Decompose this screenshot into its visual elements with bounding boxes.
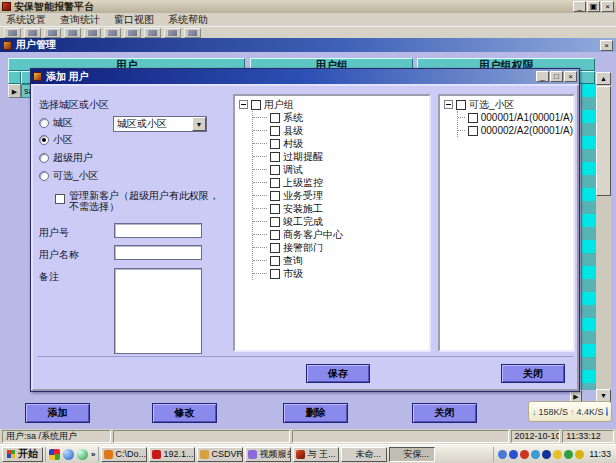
radio-icon[interactable] bbox=[39, 118, 49, 128]
radio-optional-community[interactable]: 可选_小区 bbox=[39, 169, 99, 183]
task-button-csdvr[interactable]: CSDVR... bbox=[197, 447, 243, 462]
district-community-select[interactable]: 城区或小区 ▼ bbox=[113, 116, 207, 132]
delete-button[interactable]: 删除 bbox=[283, 403, 348, 423]
dialog-titlebar[interactable]: 添加 用户 _ □ × bbox=[31, 69, 579, 84]
toolbar-button[interactable] bbox=[24, 28, 41, 38]
tree-checkbox[interactable] bbox=[270, 165, 280, 175]
doc-close-button[interactable]: × bbox=[600, 40, 613, 51]
start-button[interactable]: 开始 bbox=[2, 447, 43, 462]
tree-item[interactable]: 县级 bbox=[253, 124, 429, 137]
remark-textarea[interactable] bbox=[114, 268, 202, 354]
toolbar-button[interactable] bbox=[44, 28, 61, 38]
toolbar-button[interactable] bbox=[64, 28, 81, 38]
chevron-down-icon[interactable]: ▼ bbox=[192, 117, 206, 131]
tree-root-user-groups[interactable]: 用户组 bbox=[239, 98, 429, 111]
scroll-up-icon[interactable]: ▲ bbox=[596, 72, 611, 85]
toolbar-button[interactable] bbox=[4, 28, 21, 38]
tray-icon[interactable] bbox=[520, 450, 529, 459]
radio-icon[interactable] bbox=[39, 135, 49, 145]
tree-item[interactable]: 查询 bbox=[253, 254, 429, 267]
dialog-maximize-button[interactable]: □ bbox=[550, 71, 563, 82]
task-button-untitled[interactable]: 未命... bbox=[341, 447, 387, 462]
collapse-icon[interactable] bbox=[239, 100, 248, 109]
tree-checkbox[interactable] bbox=[270, 256, 280, 266]
tree-checkbox[interactable] bbox=[270, 230, 280, 240]
task-button-video-service[interactable]: 视频服务 bbox=[245, 447, 291, 462]
tree-item[interactable]: 上级监控 bbox=[253, 176, 429, 189]
radio-icon[interactable] bbox=[39, 153, 49, 163]
add-button[interactable]: 添加 bbox=[25, 403, 90, 423]
dialog-close-action-button[interactable]: 关闭 bbox=[501, 364, 565, 383]
collapse-icon[interactable] bbox=[444, 100, 453, 109]
radio-district[interactable]: 城区 bbox=[39, 116, 73, 130]
manage-new-customer-checkbox-row[interactable]: 管理新客户（超级用户有此权限，不需选择） bbox=[55, 190, 223, 212]
modify-button[interactable]: 修改 bbox=[152, 403, 217, 423]
tree-item[interactable]: 商务客户中心 bbox=[253, 228, 429, 241]
toolbar-button[interactable] bbox=[84, 28, 101, 38]
tree-item[interactable]: 000001/A1(00001/A) bbox=[458, 111, 573, 124]
tree-item[interactable]: 市级 bbox=[253, 267, 429, 280]
internet-explorer-icon[interactable] bbox=[63, 449, 74, 460]
tree-checkbox[interactable] bbox=[270, 217, 280, 227]
tree-checkbox[interactable] bbox=[270, 113, 280, 123]
dialog-close-button[interactable]: × bbox=[564, 71, 577, 82]
optional-communities-tree[interactable]: 可选_小区 000001/A1(00001/A) 000002/A2(00001… bbox=[438, 94, 575, 352]
toolbar-button[interactable] bbox=[104, 28, 121, 38]
toolbar-button[interactable] bbox=[184, 28, 201, 38]
tree-item[interactable]: 村级 bbox=[253, 137, 429, 150]
restore-button[interactable]: ▣ bbox=[587, 1, 600, 12]
toolbar-button[interactable] bbox=[144, 28, 161, 38]
task-button-chat[interactable]: 与 王... bbox=[293, 447, 339, 462]
tree-checkbox[interactable] bbox=[270, 191, 280, 201]
toolbar-button[interactable] bbox=[124, 28, 141, 38]
radio-superuser[interactable]: 超级用户 bbox=[39, 151, 93, 165]
grid-vertical-scrollbar[interactable]: ▲ ▼ bbox=[596, 72, 611, 402]
menu-window-view[interactable]: 窗口视图 bbox=[114, 13, 154, 27]
task-button-browser[interactable]: 192.1... bbox=[149, 447, 195, 462]
tree-checkbox[interactable] bbox=[468, 113, 478, 123]
tray-icon[interactable] bbox=[575, 450, 584, 459]
tree-item[interactable]: 竣工完成 bbox=[253, 215, 429, 228]
tray-icon[interactable] bbox=[553, 450, 562, 459]
checkbox-icon[interactable] bbox=[55, 194, 65, 204]
tray-icon[interactable] bbox=[542, 450, 551, 459]
minimize-button[interactable]: _ bbox=[573, 1, 586, 12]
tray-icon[interactable] bbox=[509, 450, 518, 459]
dialog-minimize-button[interactable]: _ bbox=[536, 71, 549, 82]
menu-system-settings[interactable]: 系统设置 bbox=[6, 13, 46, 27]
radio-icon[interactable] bbox=[39, 171, 49, 181]
tree-root-optional-communities[interactable]: 可选_小区 bbox=[444, 98, 573, 111]
menu-system-help[interactable]: 系统帮助 bbox=[168, 13, 208, 27]
tree-item[interactable]: 安装施工 bbox=[253, 202, 429, 215]
tree-checkbox[interactable] bbox=[456, 100, 466, 110]
close-button-bottom[interactable]: 关闭 bbox=[412, 403, 477, 423]
tree-checkbox[interactable] bbox=[468, 126, 478, 136]
radio-community[interactable]: 小区 bbox=[39, 133, 73, 147]
tree-checkbox[interactable] bbox=[270, 152, 280, 162]
tree-item[interactable]: 业务受理 bbox=[253, 189, 429, 202]
task-button-folder[interactable]: C:\Do... bbox=[101, 447, 147, 462]
menu-query-statistics[interactable]: 查询统计 bbox=[60, 13, 100, 27]
tree-item[interactable]: 接警部门 bbox=[253, 241, 429, 254]
tree-checkbox[interactable] bbox=[270, 178, 280, 188]
scrollbar-thumb[interactable] bbox=[596, 86, 611, 196]
tree-checkbox[interactable] bbox=[251, 100, 261, 110]
taskbar-clock[interactable]: 11:33 bbox=[586, 449, 614, 459]
tree-checkbox[interactable] bbox=[270, 139, 280, 149]
save-button[interactable]: 保存 bbox=[306, 364, 370, 383]
tree-checkbox[interactable] bbox=[270, 126, 280, 136]
toolbar-button[interactable] bbox=[164, 28, 181, 38]
user-no-input[interactable] bbox=[114, 223, 202, 238]
tree-item[interactable]: 系统 bbox=[253, 111, 429, 124]
tree-checkbox[interactable] bbox=[270, 243, 280, 253]
tray-icon[interactable] bbox=[564, 450, 573, 459]
user-groups-tree[interactable]: 用户组 系统 县级 村级 bbox=[233, 94, 431, 352]
tree-checkbox[interactable] bbox=[270, 204, 280, 214]
quick-launch-overflow-icon[interactable]: » bbox=[91, 450, 95, 459]
user-name-input[interactable] bbox=[114, 245, 202, 260]
tree-checkbox[interactable] bbox=[270, 269, 280, 279]
close-button[interactable]: × bbox=[601, 1, 614, 12]
tree-item[interactable]: 000002/A2(00001/A) bbox=[458, 124, 573, 137]
tree-item[interactable]: 过期提醒 bbox=[253, 150, 429, 163]
tray-icon[interactable] bbox=[531, 450, 540, 459]
